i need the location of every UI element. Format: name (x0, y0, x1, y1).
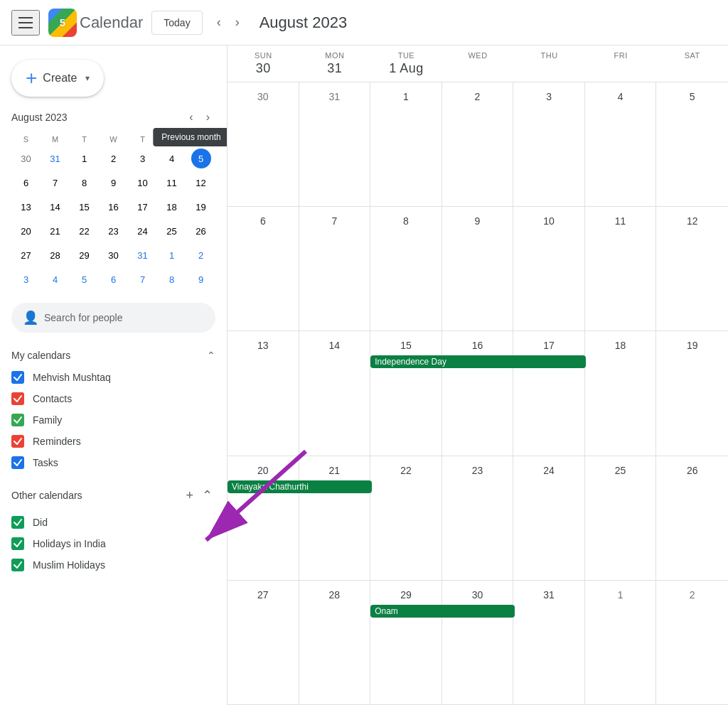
day-aug20[interactable]: 20 Vinayaka Chathurthi (228, 456, 299, 580)
mini-cal-title[interactable]: August 2023 (11, 112, 68, 123)
my-calendar-item[interactable]: Tasks (0, 452, 227, 473)
mini-cal-day[interactable]: 27 (11, 243, 41, 267)
independence-day-event[interactable]: Independence Day (370, 355, 586, 368)
my-calendars-header[interactable]: My calendars ⌃ (0, 344, 227, 367)
mini-cal-day[interactable]: 21 (41, 219, 70, 243)
day-aug24[interactable]: 24 (513, 456, 585, 580)
add-other-calendar-button[interactable]: + (183, 485, 196, 506)
mini-cal-day[interactable]: 6 (11, 171, 41, 195)
mini-cal-day[interactable]: 7 (128, 267, 157, 291)
day-aug22[interactable]: 22 (370, 456, 442, 580)
day-aug13[interactable]: 13 (228, 331, 299, 455)
mini-cal-day[interactable]: 7 (41, 171, 70, 195)
mini-cal-day[interactable]: 26 (186, 219, 215, 243)
vinayaka-event[interactable]: Vinayaka Chathurthi (228, 480, 372, 493)
mini-cal-day[interactable]: 12 (186, 171, 215, 195)
my-calendar-item[interactable]: Reminders (0, 431, 227, 452)
mini-cal-day[interactable]: 4 (41, 267, 70, 291)
mini-cal-day[interactable]: 18 (157, 195, 186, 219)
day-aug2[interactable]: 2 (442, 82, 514, 206)
day-aug11[interactable]: 11 (585, 207, 657, 330)
day-aug3[interactable]: 3 (513, 82, 585, 206)
day-aug17[interactable]: 17 (513, 331, 585, 455)
mini-cal-day[interactable]: 30 (11, 146, 41, 171)
mini-cal-day[interactable]: 24 (128, 219, 157, 243)
day-aug5[interactable]: 5 (656, 82, 728, 206)
day-aug25[interactable]: 25 (585, 456, 657, 580)
prev-period-button[interactable]: ‹ (211, 9, 227, 36)
mini-cal-day[interactable]: 14 (41, 195, 70, 219)
mini-cal-day[interactable]: 25 (157, 219, 186, 243)
day-aug10[interactable]: 10 (513, 207, 585, 330)
mini-cal-day[interactable]: 3 (11, 267, 41, 291)
menu-button[interactable] (11, 10, 40, 36)
day-aug15[interactable]: 15 Independence Day (370, 331, 442, 455)
mini-cal-day[interactable]: 8 (70, 171, 99, 195)
day-jul31[interactable]: 31 (299, 82, 371, 206)
day-aug30[interactable]: 30 (442, 581, 514, 704)
mini-cal-day[interactable]: 20 (11, 219, 41, 243)
day-aug14[interactable]: 14 (299, 331, 371, 455)
mini-cal-day[interactable]: 2 (186, 243, 215, 267)
mini-cal-day[interactable]: 11 (157, 171, 186, 195)
day-aug28[interactable]: 28 (299, 581, 371, 704)
mini-cal-day[interactable]: 1 (70, 146, 99, 171)
onam-event[interactable]: Onam (370, 605, 515, 618)
create-button[interactable]: + Create ▾ (11, 60, 104, 97)
mini-cal-day[interactable]: 10 (128, 171, 157, 195)
mini-cal-day[interactable]: 13 (11, 195, 41, 219)
day-sep1[interactable]: 1 (585, 581, 657, 704)
mini-cal-day[interactable]: 17 (128, 195, 157, 219)
day-jul30[interactable]: 30 (228, 82, 299, 206)
mini-cal-day[interactable]: 2 (99, 146, 128, 171)
mini-cal-day[interactable]: 9 (99, 171, 128, 195)
day-aug8[interactable]: 8 (370, 207, 442, 330)
mini-cal-day[interactable]: 4 (157, 146, 186, 171)
day-aug1[interactable]: 1 (370, 82, 442, 206)
mini-cal-day[interactable]: 30 (99, 243, 128, 267)
mini-cal-day[interactable]: 3 (128, 146, 157, 171)
mini-cal-day[interactable]: 1 (157, 243, 186, 267)
day-sep2[interactable]: 2 (656, 581, 728, 704)
mini-cal-day[interactable]: 19 (186, 195, 215, 219)
mini-cal-day[interactable]: 6 (99, 267, 128, 291)
search-people[interactable]: 👤 Search for people (11, 303, 215, 333)
mini-cal-day[interactable]: 8 (157, 267, 186, 291)
day-aug7[interactable]: 7 (299, 207, 371, 330)
mini-cal-day[interactable]: 29 (70, 243, 99, 267)
mini-cal-day[interactable]: 23 (99, 219, 128, 243)
day-aug9[interactable]: 9 (442, 207, 514, 330)
other-calendars-toggle[interactable]: ⌃ (199, 485, 215, 506)
day-aug27[interactable]: 27 (228, 581, 299, 704)
day-aug18[interactable]: 18 (585, 331, 657, 455)
other-calendar-item[interactable]: Holidays in India (0, 533, 227, 554)
mini-cal-day[interactable]: 28 (41, 243, 70, 267)
day-aug12[interactable]: 12 (656, 207, 728, 330)
mini-cal-day[interactable]: 9 (186, 267, 215, 291)
my-calendar-item[interactable]: Family (0, 409, 227, 431)
other-calendar-item[interactable]: Muslim Holidays (0, 554, 227, 576)
mini-prev-button[interactable]: ‹ (183, 108, 198, 127)
mini-cal-day[interactable]: 31 (41, 146, 70, 171)
day-aug19[interactable]: 19 (656, 331, 728, 455)
my-calendar-item[interactable]: Mehvish Mushtaq (0, 367, 227, 388)
mini-cal-day[interactable]: 15 (70, 195, 99, 219)
mini-cal-day[interactable]: 5 (70, 267, 99, 291)
day-aug6[interactable]: 6 (228, 207, 299, 330)
mini-cal-day[interactable]: 22 (70, 219, 99, 243)
my-calendar-item[interactable]: Contacts (0, 388, 227, 409)
day-aug23[interactable]: 23 (442, 456, 514, 580)
today-button[interactable]: Today (151, 11, 202, 35)
mini-cal-day[interactable]: 5 (186, 146, 215, 171)
mini-cal-day[interactable]: 16 (99, 195, 128, 219)
mini-next-button[interactable]: › (200, 108, 215, 127)
day-aug26[interactable]: 26 (656, 456, 728, 580)
day-aug21[interactable]: 21 (299, 456, 371, 580)
day-aug31[interactable]: 31 (513, 581, 585, 704)
mini-cal-day[interactable]: 31 (128, 243, 157, 267)
day-aug16[interactable]: 16 (442, 331, 514, 455)
next-period-button[interactable]: › (230, 9, 245, 36)
day-aug4[interactable]: 4 (585, 82, 657, 206)
other-calendar-item[interactable]: Did (0, 512, 227, 533)
day-aug29[interactable]: 29 Onam (370, 581, 442, 704)
